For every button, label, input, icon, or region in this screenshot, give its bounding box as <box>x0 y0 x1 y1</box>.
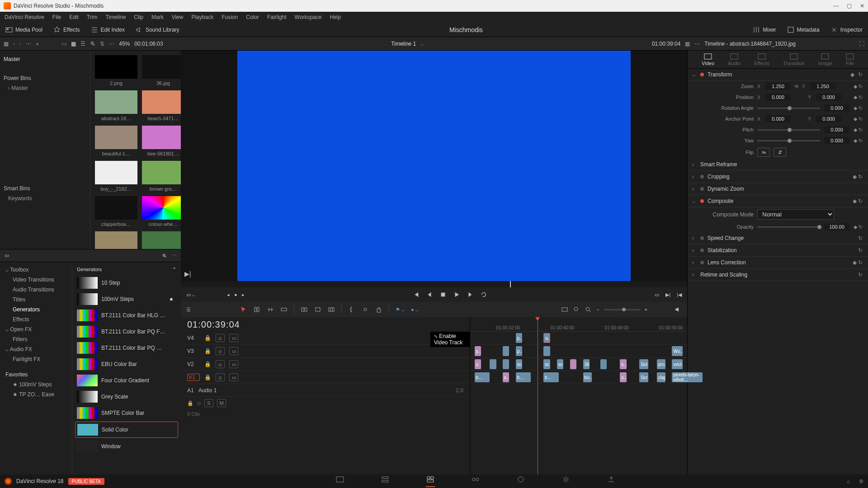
auto-select-icon[interactable]: ◇ <box>216 373 225 381</box>
clip[interactable]: b… <box>475 372 490 382</box>
menu-color[interactable]: Color <box>246 14 259 20</box>
flip-h-button[interactable]: ⇋ <box>757 148 770 157</box>
generator-item[interactable]: 10 Step <box>75 275 178 291</box>
auto-select-icon[interactable]: ◇ <box>216 347 225 355</box>
viewer-mode-icon[interactable]: ▦ <box>685 41 690 47</box>
zoom-y[interactable]: 1.250 <box>810 83 835 90</box>
inspector-tab-video[interactable]: Video <box>702 53 714 66</box>
solo-button[interactable]: S <box>204 399 213 407</box>
first-frame-button[interactable] <box>413 291 419 298</box>
video-track[interactable]: s…sc…sc…sc…36…s…Sol…pro…vect… <box>470 358 687 371</box>
generator-item[interactable]: EBU Color Bar <box>75 357 178 372</box>
timeline-ruler[interactable]: 01:00:32:0001:00:40:0001:00:48:0001:00:5… <box>470 317 687 332</box>
clip[interactable] <box>600 359 607 369</box>
next-frame-button[interactable] <box>467 291 473 298</box>
clip[interactable]: sc… <box>516 359 522 369</box>
clip[interactable]: b… <box>543 372 559 382</box>
clip[interactable]: s… <box>475 359 481 369</box>
match-frame[interactable]: ● <box>234 292 237 297</box>
zoom-out[interactable]: − <box>596 307 599 312</box>
pos-y[interactable]: 0.000 <box>816 94 841 101</box>
openfx-row[interactable]: ⌵ Open FX <box>3 324 69 334</box>
loop-button[interactable] <box>481 291 487 298</box>
menu-fairlight[interactable]: Fairlight <box>267 14 287 20</box>
link-tool[interactable] <box>362 306 369 313</box>
audio-track-header[interactable]: A1 Audio 1 2.0 <box>181 384 470 397</box>
pos-x[interactable]: 0.000 <box>765 94 791 101</box>
clip[interactable] <box>570 359 576 369</box>
thumbnail[interactable]: brown gra… <box>142 161 181 192</box>
audio-meter-icon[interactable] <box>675 306 682 313</box>
selection-tool[interactable] <box>240 306 247 313</box>
video-track-header[interactable]: V4🔒◇▭⤡ Enable Video Track <box>181 332 470 345</box>
master-bin[interactable]: Master <box>4 54 86 64</box>
zoom-x[interactable]: 1.250 <box>765 83 791 90</box>
zoom-in[interactable]: + <box>645 307 647 312</box>
insert-tool[interactable] <box>301 306 308 313</box>
fairlight-page[interactable] <box>561 475 571 487</box>
generator-item[interactable]: Solid Color <box>75 422 178 438</box>
rotation-slider[interactable] <box>757 108 821 109</box>
sound-library-button[interactable]: Sound Library <box>130 23 185 37</box>
zoom-fit-icon[interactable] <box>573 306 580 313</box>
timeline-name[interactable]: Timeline 1 <box>391 41 416 47</box>
enable-track-icon[interactable]: ▭ <box>229 360 238 368</box>
anchor-x[interactable]: 0.000 <box>765 115 791 122</box>
close-button[interactable]: ✕ <box>860 3 864 9</box>
media-page[interactable] <box>335 475 344 487</box>
home-button[interactable]: ⌂ <box>847 479 850 484</box>
retime-section[interactable]: ›Retime and Scaling↻ <box>688 269 868 281</box>
audio-auto-icon[interactable]: ◇ <box>197 400 201 406</box>
dynamic-trim-tool[interactable] <box>267 306 274 313</box>
viewer-options-icon[interactable]: ⋯ <box>694 41 700 47</box>
menu-workspace[interactable]: Workspace <box>295 14 322 20</box>
thumbnail[interactable]: boy_-_2182… <box>95 161 137 192</box>
marker-tool[interactable]: ● ⌵ <box>411 307 419 313</box>
audiofx-row[interactable]: ⌵ Audio FX <box>3 344 69 354</box>
smart-reframe-section[interactable]: ›Smart Reframe <box>688 159 868 171</box>
viewer-scrubber[interactable] <box>181 281 687 287</box>
fx-search-icon[interactable]: 🔍︎ <box>162 253 167 258</box>
link-icon[interactable]: ⟲ <box>794 84 798 89</box>
edit-index-button[interactable]: Edit Index <box>85 23 130 37</box>
fusion-page[interactable] <box>471 475 480 487</box>
menu-file[interactable]: File <box>52 14 61 20</box>
generator-item[interactable]: BT.2111 Color Bar PQ … <box>75 340 178 356</box>
clip[interactable]: pexels-taryn-elliott… <box>672 372 702 382</box>
next-clip-button[interactable]: ▶| <box>665 292 670 298</box>
reset-icon[interactable]: ↻ <box>858 71 863 78</box>
cropping-section[interactable]: ›Cropping◆ ↻ <box>688 171 868 183</box>
in-out-mode[interactable]: ▭ ⌵ <box>186 292 195 298</box>
yaw-val[interactable]: 0.000 <box>824 137 849 144</box>
options-icon[interactable]: ⋯ <box>109 41 114 47</box>
flip-v-button[interactable]: ⇵ <box>774 148 786 157</box>
menu-clip[interactable]: Clip <box>134 14 143 20</box>
generator-item[interactable]: BT.2111 Color Bar PQ F… <box>75 324 178 339</box>
anchor-y[interactable]: 0.000 <box>816 115 841 122</box>
clip[interactable]: vect… <box>672 359 683 369</box>
auto-select-icon[interactable]: ◇ <box>216 360 225 368</box>
full-screen-button[interactable]: ▭ <box>655 292 659 298</box>
generator-item[interactable]: Window <box>75 439 178 454</box>
generator-item[interactable]: SMPTE Color Bar <box>75 405 178 421</box>
cut-page[interactable] <box>381 475 390 487</box>
match-frame-prev[interactable]: ◂ <box>227 292 230 298</box>
thumbnail[interactable]: 36.jpg <box>142 55 181 86</box>
pitch-slider[interactable] <box>757 129 821 131</box>
view-list-icon[interactable]: ▭ <box>61 41 66 47</box>
timeline-tracks[interactable]: 01:00:32:0001:00:40:0001:00:48:0001:00:5… <box>470 317 687 474</box>
thumbnail[interactable]: desert-471… <box>95 231 137 249</box>
lock-tool[interactable] <box>375 306 382 313</box>
prev-clip-button[interactable]: |◀ <box>677 292 682 298</box>
color-page[interactable] <box>516 475 525 487</box>
menu-help[interactable]: Help <box>330 14 341 20</box>
effects-row[interactable]: Effects <box>3 314 69 324</box>
timeline-dropdown-icon[interactable]: ⌵ <box>420 41 424 47</box>
play-button[interactable] <box>453 291 460 298</box>
generators-row[interactable]: Generators <box>3 305 69 314</box>
clip[interactable]: a… <box>543 333 550 343</box>
history-back[interactable]: ‹ <box>13 41 15 47</box>
smart-bins-header[interactable]: Smart Bins <box>4 183 86 193</box>
enable-track-icon[interactable]: ▭ <box>229 347 238 355</box>
clip[interactable]: sc… <box>543 359 550 369</box>
